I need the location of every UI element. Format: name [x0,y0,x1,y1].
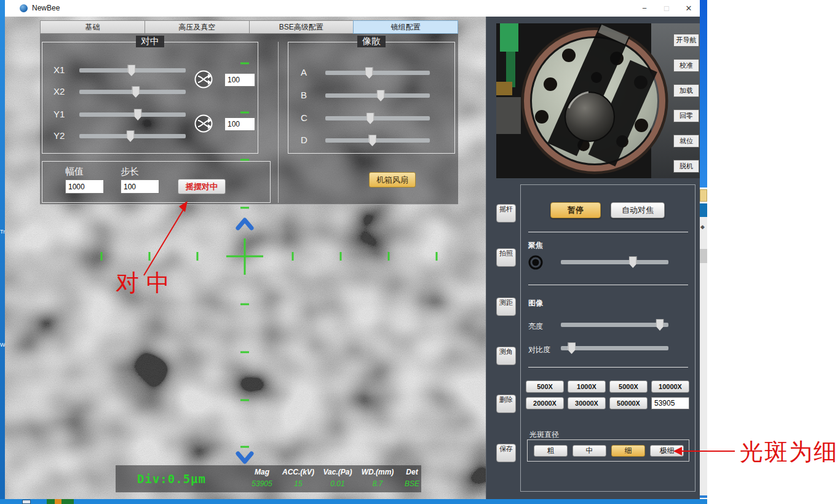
titlebar[interactable]: NewBee − □ ✕ [5,0,700,17]
readout-header: Det [398,468,426,476]
slider-y1[interactable] [79,112,186,117]
step-field[interactable] [121,179,159,194]
astigmatism-title: 像散 [357,36,386,47]
spot-coarse-button[interactable]: 粗 [534,445,568,457]
right-panel: 开导航 校准 加载 回零 就位 脱机 摇杆 拍照 测距 测角 删除 保存 暂停 … [486,17,700,499]
delete-button[interactable]: 删除 [496,395,516,413]
stage-nav-column: 开导航 校准 加载 回零 就位 脱机 [673,34,699,185]
slider-label-x2: X2 [53,86,65,96]
brightness-slider-thumb[interactable] [656,319,664,331]
centering-group: 对中 X1 X2 Y1 Y2 [42,42,258,154]
minimize-button[interactable]: − [633,0,656,17]
spot-medium-button[interactable]: 中 [573,445,606,457]
divider [528,367,688,368]
in-position-button[interactable]: 就位 [673,135,699,148]
slider-y1-thumb[interactable] [134,109,142,120]
close-button[interactable]: ✕ [678,0,700,17]
measure-angle-button[interactable]: 测角 [496,347,516,365]
brightness-slider[interactable] [561,323,668,327]
spot-diameter-group: 粗 中 细 极细 [527,439,689,462]
mag-30000x-button[interactable]: 30000X [568,397,606,409]
maximize-button[interactable]: □ [656,0,678,17]
taskbar-fragment [0,499,707,504]
focus-record-icon[interactable] [528,255,543,270]
mag-500x-button[interactable]: 500X [526,380,564,393]
lens-config-panel: 基础 高压及真空 BSE高级配置 镜组配置 对中 X1 X2 Y1 Y2 [40,20,458,205]
readout-value: 8.7 [357,479,398,488]
desktop-icon-fragment [47,499,74,504]
collapse-arrow-icon: ◆ [700,224,705,230]
joystick-button[interactable]: 摇杆 [496,204,516,222]
contrast-slider-thumb[interactable] [568,342,576,354]
swap-y-icon[interactable] [194,114,213,133]
chassis-fan-button[interactable]: 机箱风扇 [369,172,416,187]
tab-hv-vacuum[interactable]: 高压及真空 [145,20,249,34]
offline-button[interactable]: 脱机 [673,160,699,173]
focus-slider[interactable] [561,260,668,264]
mag-10000x-button[interactable]: 10000X [651,380,689,393]
sweep-centering-button[interactable]: 摇摆对中 [178,179,226,194]
readout-value: 53905 [246,479,278,488]
focus-slider-thumb[interactable] [629,256,637,268]
slider-a[interactable] [325,71,430,75]
slider-y2[interactable] [79,134,186,138]
mag-50000x-button[interactable]: 50000X [609,397,648,409]
panel-divider [278,42,279,203]
readout-value: 15 [278,479,319,488]
screen: Tr W ◆ NewBee − □ ✕ [0,0,840,504]
slider-b-thumb[interactable] [377,90,385,101]
measure-distance-button[interactable]: 测距 [496,297,516,316]
slider-x1-thumb[interactable] [127,65,135,76]
slider-a-thumb[interactable] [365,67,373,79]
slider-label-a: A [301,67,307,77]
pause-button[interactable]: 暂停 [550,202,601,218]
readout-header: WD.(mm) [357,468,398,476]
slider-x2-thumb[interactable] [132,86,140,98]
centering-x-value-field[interactable] [224,73,255,87]
tab-basic[interactable]: 基础 [40,20,145,34]
slider-label-y1: Y1 [53,109,65,119]
autofocus-button[interactable]: 自动对焦 [611,202,665,218]
tab-lens-config[interactable]: 镜组配置 [353,20,458,34]
status-band: Div:0.5μm Mag53905 ACC.(kV)15 Vac.(Pa)0.… [116,465,421,492]
mag-5000x-button[interactable]: 5000X [609,380,648,393]
mag-20000x-button[interactable]: 20000X [526,397,564,409]
slider-d[interactable] [325,138,430,143]
annotation-centering: 对中 [116,267,177,299]
spot-diameter-label: 光斑直径 [529,430,559,440]
snapshot-button[interactable]: 拍照 [496,248,516,267]
centering-y-value-field[interactable] [224,117,255,131]
contrast-slider[interactable] [561,346,668,350]
slider-y2-thumb[interactable] [127,130,135,142]
slider-x2[interactable] [79,90,186,94]
open-navigation-button[interactable]: 开导航 [673,34,699,47]
slider-label-b: B [301,90,307,100]
mag-1000x-button[interactable]: 1000X [568,380,606,393]
config-tabs: 基础 高压及真空 BSE高级配置 镜组配置 [40,20,458,34]
divider [528,232,688,232]
step-label: 步长 [121,166,139,178]
magnification-value-field[interactable] [651,397,689,409]
sem-viewport[interactable]: 基础 高压及真空 BSE高级配置 镜组配置 对中 X1 X2 Y1 Y2 [5,17,486,499]
spot-fine-button[interactable]: 细 [611,445,645,457]
tab-bse-advanced[interactable]: BSE高级配置 [249,20,354,34]
readout-table: Mag53905 ACC.(kV)15 Vac.(Pa)0.01 WD.(mm)… [246,468,426,488]
contrast-label: 对比度 [528,345,550,355]
calibrate-button[interactable]: 校准 [673,59,699,72]
amplitude-field[interactable] [65,179,104,194]
app-window: NewBee − □ ✕ [5,0,700,499]
sweep-group: 幅值 步长 摇摆对中 [42,161,271,203]
save-button[interactable]: 保存 [496,444,516,462]
slider-label-y2: Y2 [53,130,65,141]
window-title: NewBee [32,4,60,12]
spot-ultrafine-button[interactable]: 极细 [650,445,684,457]
swap-x-icon[interactable] [194,69,213,89]
slider-c-thumb[interactable] [367,112,374,124]
slider-x1[interactable] [79,68,186,73]
slider-b[interactable] [325,93,430,98]
home-button[interactable]: 回零 [673,109,699,122]
slider-d-thumb[interactable] [368,135,376,146]
app-icon [20,4,28,12]
slider-c[interactable] [325,116,430,120]
load-button[interactable]: 加载 [673,84,699,97]
